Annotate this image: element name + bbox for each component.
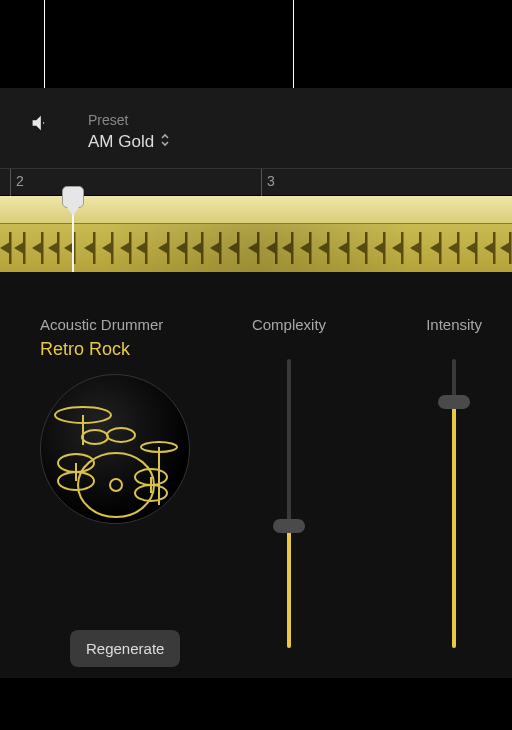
preset-label: Preset	[88, 112, 128, 128]
slider-thumb[interactable]	[273, 519, 305, 533]
waveform-transient	[500, 228, 512, 268]
waveform-transient	[176, 228, 190, 268]
drumkit-image[interactable]	[40, 374, 190, 524]
waveform-transient	[32, 228, 46, 268]
svg-point-0	[43, 122, 44, 123]
svg-rect-58	[509, 232, 512, 264]
preset-value: AM Gold	[88, 132, 154, 152]
svg-rect-2	[9, 232, 12, 264]
svg-rect-6	[41, 232, 44, 264]
svg-rect-36	[309, 232, 312, 264]
svg-rect-50	[439, 232, 442, 264]
waveform-transient	[300, 228, 314, 268]
svg-marker-47	[410, 242, 420, 254]
preset-dropdown[interactable]: AM Gold	[88, 132, 170, 152]
svg-rect-56	[493, 232, 496, 264]
waveform-transient	[120, 228, 134, 268]
svg-marker-27	[228, 242, 238, 254]
svg-marker-31	[266, 242, 276, 254]
svg-marker-11	[84, 242, 94, 254]
waveform-transient	[192, 228, 206, 268]
svg-marker-49	[430, 242, 440, 254]
slider-label: Intensity	[426, 316, 482, 333]
preview-speaker-icon[interactable]	[28, 112, 50, 138]
svg-rect-8	[57, 232, 60, 264]
waveform-transient	[266, 228, 280, 268]
svg-rect-30	[257, 232, 260, 264]
svg-marker-7	[48, 242, 58, 254]
waveform-transient	[210, 228, 224, 268]
waveform-transient	[484, 228, 498, 268]
bottom-bar	[0, 678, 512, 730]
svg-point-62	[78, 453, 154, 517]
svg-rect-18	[145, 232, 148, 264]
waveform-transient	[14, 228, 28, 268]
waveform-transient	[338, 228, 352, 268]
regenerate-button[interactable]: Regenerate	[70, 630, 180, 667]
waveform-transient	[136, 228, 150, 268]
header-bar	[0, 88, 512, 168]
svg-marker-25	[210, 242, 220, 254]
waveform-transient	[374, 228, 388, 268]
waveform-transient	[430, 228, 444, 268]
waveform-transient	[48, 228, 62, 268]
playhead-handle[interactable]	[62, 186, 84, 208]
svg-marker-15	[120, 242, 130, 254]
svg-marker-5	[32, 242, 42, 254]
svg-rect-48	[419, 232, 422, 264]
svg-rect-44	[383, 232, 386, 264]
waveform-transient	[282, 228, 296, 268]
svg-marker-19	[158, 242, 168, 254]
svg-marker-29	[248, 242, 258, 254]
svg-rect-40	[347, 232, 350, 264]
svg-rect-24	[201, 232, 204, 264]
svg-marker-3	[14, 242, 24, 254]
svg-marker-23	[192, 242, 202, 254]
svg-marker-55	[484, 242, 494, 254]
svg-rect-20	[167, 232, 170, 264]
drummer-category: Acoustic Drummer	[40, 316, 192, 333]
svg-rect-22	[185, 232, 188, 264]
svg-rect-32	[275, 232, 278, 264]
svg-rect-4	[23, 232, 26, 264]
svg-marker-45	[392, 242, 402, 254]
bar-number: 3	[267, 173, 275, 189]
complexity-slider[interactable]: Complexity	[252, 316, 326, 648]
svg-rect-46	[401, 232, 404, 264]
svg-rect-14	[111, 232, 114, 264]
svg-rect-12	[93, 232, 96, 264]
intensity-slider[interactable]: Intensity	[426, 316, 482, 648]
waveform-transient	[64, 228, 78, 268]
svg-marker-39	[338, 242, 348, 254]
svg-marker-21	[176, 242, 186, 254]
waveform-transient	[410, 228, 424, 268]
svg-marker-17	[136, 242, 146, 254]
svg-marker-57	[500, 242, 510, 254]
waveform-transient	[0, 228, 14, 268]
svg-marker-51	[448, 242, 458, 254]
svg-rect-42	[365, 232, 368, 264]
waveform-transient	[392, 228, 406, 268]
slider-thumb[interactable]	[438, 395, 470, 409]
waveform-transient	[158, 228, 172, 268]
waveform-transient	[228, 228, 242, 268]
svg-rect-54	[475, 232, 478, 264]
waveform-transient	[318, 228, 332, 268]
svg-rect-28	[237, 232, 240, 264]
svg-point-63	[110, 479, 122, 491]
svg-marker-43	[374, 242, 384, 254]
svg-marker-53	[466, 242, 476, 254]
svg-marker-35	[300, 242, 310, 254]
slider-label: Complexity	[252, 316, 326, 333]
svg-rect-52	[457, 232, 460, 264]
svg-marker-13	[102, 242, 112, 254]
bar-number: 2	[16, 173, 24, 189]
svg-marker-41	[356, 242, 366, 254]
svg-point-72	[82, 430, 108, 444]
waveform-transient	[102, 228, 116, 268]
drummer-editor: Acoustic Drummer Retro Rock	[0, 272, 512, 678]
chevron-up-down-icon	[160, 133, 170, 151]
waveform-transient	[356, 228, 370, 268]
drummer-style[interactable]: Retro Rock	[40, 339, 192, 360]
svg-rect-38	[327, 232, 330, 264]
